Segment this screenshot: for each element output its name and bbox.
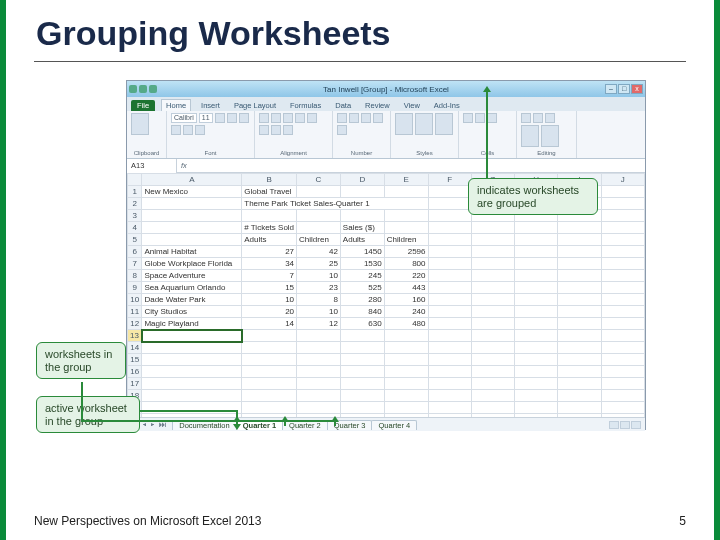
tab-page-layout[interactable]: Page Layout — [230, 100, 280, 111]
tab-view[interactable]: View — [400, 100, 424, 111]
row-header[interactable]: 15 — [128, 354, 142, 366]
row-header[interactable]: 13 — [128, 330, 142, 342]
tab-home[interactable]: Home — [161, 99, 191, 111]
save-icon[interactable] — [139, 85, 147, 93]
cell[interactable]: Theme Park Ticket Sales-Quarter 1 — [242, 198, 428, 210]
fx-icon[interactable]: fx — [177, 161, 191, 170]
cell[interactable]: 800 — [384, 258, 428, 270]
wrap-text-icon[interactable] — [271, 125, 281, 135]
cell[interactable]: 10 — [297, 270, 341, 282]
align-center-icon[interactable] — [307, 113, 317, 123]
clear-icon[interactable] — [545, 113, 555, 123]
cell[interactable]: 20 — [242, 306, 297, 318]
cell[interactable]: 42 — [297, 246, 341, 258]
cell[interactable]: 25 — [297, 258, 341, 270]
row-header[interactable]: 2 — [128, 198, 142, 210]
cell[interactable]: New Mexico — [142, 186, 242, 198]
format-cells-icon[interactable] — [487, 113, 497, 123]
cell[interactable]: 14 — [242, 318, 297, 330]
cell[interactable]: Dade Water Park — [142, 294, 242, 306]
align-right-icon[interactable] — [259, 125, 269, 135]
format-table-icon[interactable] — [415, 113, 433, 135]
tab-review[interactable]: Review — [361, 100, 394, 111]
cell[interactable]: 840 — [340, 306, 384, 318]
cell[interactable]: 240 — [384, 306, 428, 318]
number-format-icon[interactable] — [337, 113, 347, 123]
col-header[interactable]: B — [242, 174, 297, 186]
row-header[interactable]: 9 — [128, 282, 142, 294]
active-cell[interactable] — [142, 330, 242, 342]
autosum-icon[interactable] — [521, 113, 531, 123]
cell[interactable]: 245 — [340, 270, 384, 282]
cell[interactable]: 10 — [297, 306, 341, 318]
italic-icon[interactable] — [227, 113, 237, 123]
cell[interactable]: Children — [384, 234, 428, 246]
border-icon[interactable] — [171, 125, 181, 135]
tab-insert[interactable]: Insert — [197, 100, 224, 111]
cell[interactable]: # Tickets Sold — [242, 222, 297, 234]
find-select-icon[interactable] — [541, 125, 559, 147]
cell[interactable]: 23 — [297, 282, 341, 294]
cell[interactable]: Adults — [242, 234, 297, 246]
row-header[interactable]: 14 — [128, 342, 142, 354]
close-button[interactable]: x — [631, 84, 643, 94]
decrease-decimal-icon[interactable] — [337, 125, 347, 135]
comma-icon[interactable] — [361, 113, 371, 123]
cell-styles-icon[interactable] — [435, 113, 453, 135]
tab-formulas[interactable]: Formulas — [286, 100, 325, 111]
row-header[interactable]: 7 — [128, 258, 142, 270]
align-top-icon[interactable] — [259, 113, 269, 123]
cell[interactable]: 1450 — [340, 246, 384, 258]
underline-icon[interactable] — [239, 113, 249, 123]
cell[interactable]: Space Adventure — [142, 270, 242, 282]
cell[interactable]: Children — [297, 234, 341, 246]
tab-file[interactable]: File — [131, 100, 155, 111]
cell[interactable]: 7 — [242, 270, 297, 282]
cell[interactable]: 525 — [340, 282, 384, 294]
bold-icon[interactable] — [215, 113, 225, 123]
cell[interactable]: 12 — [297, 318, 341, 330]
cell[interactable]: Adults — [340, 234, 384, 246]
cell[interactable]: 630 — [340, 318, 384, 330]
align-middle-icon[interactable] — [271, 113, 281, 123]
col-header[interactable]: A — [142, 174, 242, 186]
row-header[interactable]: 8 — [128, 270, 142, 282]
page-break-view-icon[interactable] — [631, 421, 641, 429]
cell[interactable]: 15 — [242, 282, 297, 294]
conditional-formatting-icon[interactable] — [395, 113, 413, 135]
row-header[interactable]: 17 — [128, 378, 142, 390]
corner-cell[interactable] — [128, 174, 142, 186]
cell[interactable]: 8 — [297, 294, 341, 306]
paste-icon[interactable] — [131, 113, 149, 135]
cell[interactable]: 10 — [242, 294, 297, 306]
row-header[interactable]: 16 — [128, 366, 142, 378]
cell[interactable]: 34 — [242, 258, 297, 270]
col-header[interactable]: D — [340, 174, 384, 186]
cell[interactable]: Global Travel — [242, 186, 297, 198]
cell[interactable]: Sea Aquarium Orlando — [142, 282, 242, 294]
fill-icon[interactable] — [533, 113, 543, 123]
cell[interactable]: 27 — [242, 246, 297, 258]
row-header[interactable]: 6 — [128, 246, 142, 258]
maximize-button[interactable]: □ — [618, 84, 630, 94]
cell[interactable]: Magic Playland — [142, 318, 242, 330]
row-header[interactable]: 5 — [128, 234, 142, 246]
align-bottom-icon[interactable] — [283, 113, 293, 123]
insert-cells-icon[interactable] — [463, 113, 473, 123]
col-header[interactable]: C — [297, 174, 341, 186]
cell[interactable]: Sales ($) — [340, 222, 384, 234]
col-header[interactable]: E — [384, 174, 428, 186]
sort-filter-icon[interactable] — [521, 125, 539, 147]
cell[interactable]: 480 — [384, 318, 428, 330]
col-header[interactable]: F — [428, 174, 471, 186]
align-left-icon[interactable] — [295, 113, 305, 123]
cell[interactable]: Animal Habitat — [142, 246, 242, 258]
percent-icon[interactable] — [349, 113, 359, 123]
page-layout-view-icon[interactable] — [620, 421, 630, 429]
sheet-tab-quarter4[interactable]: Quarter 4 — [371, 420, 417, 430]
row-header[interactable]: 1 — [128, 186, 142, 198]
undo-icon[interactable] — [149, 85, 157, 93]
row-header[interactable]: 4 — [128, 222, 142, 234]
font-name-select[interactable]: Calibri — [171, 113, 197, 123]
font-color-icon[interactable] — [195, 125, 205, 135]
